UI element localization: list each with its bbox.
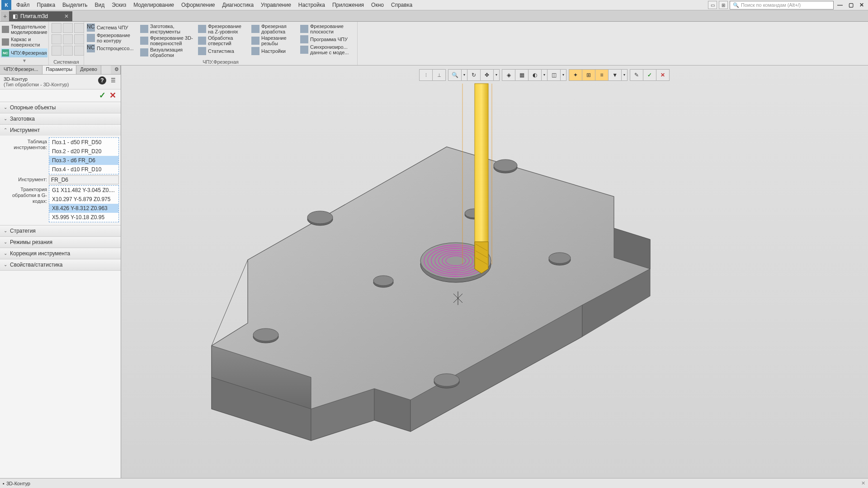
command-search[interactable]: 🔍 Поиск по командам (Alt+/) [730,1,834,9]
open-file-button[interactable] [63,23,73,33]
cmd-3d-surface-milling[interactable]: Фрезерование 3D-поверхностей [140,35,194,47]
properties-button[interactable] [74,46,84,56]
menu-view[interactable]: Вид [91,0,108,9]
list-item[interactable]: Поз.2 - d20 FR_D20 [49,147,118,156]
new-tab-button[interactable]: + [1,11,9,21]
paste-button[interactable] [63,46,73,56]
cmd-sync-model[interactable]: Синхронизиро... данные с моде... [300,44,354,56]
section-stock[interactable]: ⌄Заготовка [0,113,121,125]
cube-icon [2,26,9,33]
section-strategy[interactable]: ⌄Стратегия [0,225,121,237]
redo-button[interactable] [74,34,84,44]
svg-point-11 [373,276,393,286]
svg-point-5 [253,328,278,341]
menu-edit[interactable]: Правка [33,0,59,9]
document-tab[interactable]: ◧ Плита.m3d ✕ [9,11,72,21]
tab-tree[interactable]: Дерево [76,66,101,74]
workspace-wireframe[interactable]: Каркас и поверхности [1,36,47,48]
menu-sketch[interactable]: Эскиз [108,0,130,9]
ribbon-group-milling: NCСистема ЧПУ Фрезерование по контуру NC… [84,22,358,65]
undo-button[interactable] [63,34,73,44]
gcode-listbox[interactable]: G1 X11.482 Y-3.045 Z0.... X10.297 Y-5.87… [49,185,119,222]
menu-manage[interactable]: Управление [257,0,295,9]
doc-icon: ◧ [13,13,18,19]
new-file-button[interactable] [52,23,61,33]
contour-icon [87,34,95,42]
menu-modeling[interactable]: Моделирование [130,0,178,9]
section-tool: ⌃Инструмент Таблица инструментов: Поз.1 … [0,125,121,225]
cmd-visualization[interactable]: Визуализация обработки [140,47,194,58]
list-icon[interactable]: ☰ [109,76,117,84]
list-item[interactable]: X10.297 Y-5.879 Z0.975 [49,195,118,204]
cmd-stock-tools[interactable]: Заготовка, инструменты [140,23,194,35]
cmd-nc-program[interactable]: Программа ЧПУ [300,35,354,44]
menu-window[interactable]: Окно [368,0,387,9]
menu-drafting[interactable]: Оформление [178,0,218,9]
workspace-expand[interactable]: ▾ [1,57,47,62]
list-item-selected[interactable]: Поз.3 - d6 FR_D6 [49,156,118,165]
menu-apps[interactable]: Приложения [329,0,368,9]
menu-settings[interactable]: Настройка [295,0,329,9]
hole-icon [198,37,206,45]
section-tool-header[interactable]: ⌃Инструмент [0,125,121,136]
list-item[interactable]: Поз.1 - d50 FR_D50 [49,138,118,147]
chevron-down-icon: ⌄ [4,262,7,267]
thread-icon [251,37,259,45]
minimize-button[interactable]: — [835,1,844,9]
status-icon: ▪ [3,481,5,486]
rework-icon [251,25,259,33]
tool-name-input[interactable]: FR_D6 [49,175,119,184]
statusbar-close-icon[interactable]: ✕ [861,480,865,486]
section-reference-objects[interactable]: ⌄Опорные объекты [0,102,121,113]
tab-settings-gear[interactable]: ⚙ [111,66,121,74]
list-item[interactable]: G1 X11.482 Y-3.045 Z0.... [49,186,118,195]
menu-select[interactable]: Выделить [59,0,91,9]
3d-viewport[interactable]: ⸽ ⟂ 🔍▾ ↻ ✥▾ ◈ ▦ ◐▾ ◫▾ ✦ ⊞ ≡ ▼▾ ✎ ✓ ✕ [121,66,868,478]
cmd-settings[interactable]: Настройки [251,47,297,56]
menu-file[interactable]: Файл [13,0,33,9]
status-text: 3D-Контур [6,481,30,486]
grid-icon[interactable]: ⊞ [719,1,728,9]
cmd-rework[interactable]: Фрезерная доработка [251,23,297,35]
cmd-postprocessor[interactable]: NCПостпроцессо... [87,44,137,53]
list-item[interactable]: Поз.4 - d10 FR_D10 [49,165,118,174]
cmd-contour-milling[interactable]: Фрезерование по контуру [87,32,137,44]
section-tool-correction[interactable]: ⌄Коррекция инструмента [0,248,121,259]
help-icon[interactable]: ? [98,76,106,84]
tool-table-listbox[interactable]: Поз.1 - d50 FR_D50 Поз.2 - d20 FR_D20 По… [49,137,119,174]
cmd-hole-machining[interactable]: Обработка отверстий [198,35,248,47]
tab-parameters[interactable]: Параметры [42,66,77,74]
cmd-statistics[interactable]: Статистика [198,47,248,56]
tab-cnc-milling[interactable]: ЧПУ.Фрезерн... [0,66,42,74]
section-properties-stats[interactable]: ⌄Свойства/статистика [0,259,121,271]
cmd-plane-milling[interactable]: Фрезерование плоскости [300,23,354,35]
close-tab-icon[interactable]: ✕ [64,13,69,19]
workspace-cnc-milling[interactable]: NC ЧПУ.Фрезерная [1,48,47,57]
chevron-down-icon: ⌄ [4,239,7,244]
surface-mill-icon [140,37,148,45]
menu-help[interactable]: Справка [387,0,416,9]
group-label-milling: ЧПУ.Фрезерная [87,59,354,65]
cmd-zlevel-milling[interactable]: Фрезерование на Z-уровнях [198,23,248,35]
cmd-cnc-system[interactable]: NCСистема ЧПУ [87,23,137,32]
svg-point-3 [494,160,517,171]
svg-point-1 [307,211,333,224]
save-button[interactable] [74,23,84,33]
apply-button[interactable]: ✓ [99,90,106,100]
cancel-button[interactable]: ✕ [109,90,116,100]
svg-point-9 [549,253,571,263]
section-cutting-modes[interactable]: ⌄Режимы резания [0,237,121,248]
copy-button[interactable] [52,46,61,56]
cmd-threading[interactable]: Нарезание резьбы [251,35,297,47]
list-item[interactable]: X5.995 Y-10.18 Z0.95 [49,213,118,222]
print-button[interactable] [52,34,61,44]
chevron-up-icon: ⌃ [4,127,7,132]
menu-diagnostics[interactable]: Диагностика [219,0,258,9]
maximize-button[interactable]: ▢ [846,1,855,9]
close-window-button[interactable]: ✕ [857,1,866,9]
list-item-selected[interactable]: X8.426 Y-8.312 Z0.963 [49,204,118,213]
svg-point-7 [434,374,459,386]
search-placeholder: Поиск по командам (Alt+/) [741,2,801,8]
layout-icon[interactable]: ▭ [708,1,717,9]
workspace-solid-modeling[interactable]: Твердотельное моделирование [1,23,47,36]
